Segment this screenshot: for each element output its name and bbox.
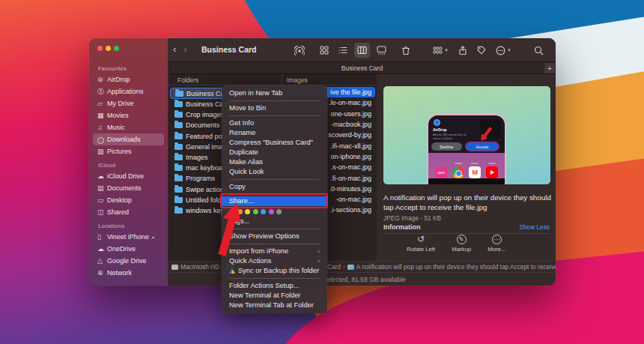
add-tab-button[interactable]: + (544, 63, 555, 73)
iphone-icon: ▯ (97, 233, 107, 241)
sidebar-item-desktop[interactable]: ▭Desktop (93, 194, 164, 206)
sidebar-item-music[interactable]: ♫Music (93, 121, 164, 133)
image-file-icon (347, 265, 354, 270)
more-actions-icon[interactable]: ▼ (493, 43, 514, 58)
sidebar-item-shared[interactable]: ◫Shared (93, 206, 164, 218)
menu-item-quick-actions[interactable]: Quick Actions› (222, 256, 327, 266)
menu-item-compress[interactable]: Compress "Business Card" (222, 138, 327, 148)
menu-item-new-terminal-tab[interactable]: New Terminal Tab at Folder (222, 301, 327, 310)
menu-item-import-from-iphone[interactable]: Import from iPhone› (222, 247, 327, 256)
folder-icon (174, 122, 183, 128)
show-less-link[interactable]: Show Less (519, 223, 550, 231)
folder-icon (174, 208, 183, 214)
submenu-arrow-icon: › (318, 256, 320, 266)
sidebar-item-applications[interactable]: ⒶApplications (93, 85, 164, 97)
sidebar-item-my-drive[interactable]: ▱My Drive (93, 97, 164, 109)
more-button[interactable]: ⋯More... (487, 235, 505, 253)
airdrop-toolbar-icon[interactable] (291, 43, 308, 58)
menu-item-quick-look[interactable]: Quick Look (222, 167, 327, 177)
folder-icon (175, 91, 183, 97)
search-icon[interactable] (531, 43, 547, 58)
markup-button[interactable]: ✎Markup (452, 235, 471, 253)
onedrive-icon: ☁ (97, 245, 107, 253)
tag-yellow[interactable] (245, 209, 250, 214)
gallery-view-icon[interactable] (374, 43, 389, 58)
preview-actions: ↺Rotate Left ✎Markup ⋯More... (407, 235, 505, 253)
sidebar-item-onedrive[interactable]: ☁OneDrive (93, 243, 164, 255)
tag-green[interactable] (253, 209, 258, 214)
folder-icon (174, 197, 183, 203)
preview-pane: AirDrop Anvita (M) would like to share a… (377, 74, 556, 261)
tag-blue[interactable] (261, 209, 266, 214)
rotate-left-button[interactable]: ↺Rotate Left (407, 235, 435, 253)
sidebar-item-airdrop[interactable]: ⊚AirDrop (93, 73, 164, 85)
network-icon: ⊕ (97, 269, 107, 277)
menu-item-sync-or-backup[interactable]: Sync or Backup this folder (222, 266, 327, 276)
list-view-icon[interactable] (335, 43, 350, 58)
sidebar-section-locations: Locations ▯Vineet iPhone▲ ☁OneDrive △Goo… (89, 223, 168, 279)
folders-column-header: Folders (177, 76, 198, 84)
sidebar-item-movies[interactable]: ▦Movies (93, 109, 164, 121)
zoom-button[interactable] (114, 46, 119, 51)
window-title: Business Card (201, 45, 257, 54)
tab-bar: Business Card + (168, 62, 556, 74)
title-bar: ‹ › Business Card ▼ ▼ (168, 38, 556, 62)
path-item-folder[interactable]: Card (327, 263, 341, 271)
tag-gray[interactable] (276, 209, 282, 214)
close-button[interactable] (97, 46, 103, 51)
path-item-disk[interactable]: Macintosh HD (180, 263, 219, 271)
sidebar-item-pictures[interactable]: ▨Pictures (93, 145, 164, 157)
phone-mockup: AirDrop Anvita (M) would like to share a… (427, 114, 506, 184)
sidebar-item-vineet-iphone[interactable]: ▯Vineet iPhone▲ (93, 231, 164, 243)
menu-item-make-alias[interactable]: Make Alias (222, 157, 327, 167)
tag-icon[interactable] (474, 43, 489, 58)
tag-purple[interactable] (269, 209, 274, 214)
sidebar-item-downloads[interactable]: ↓Downloads (93, 133, 164, 145)
preview-filename: A notification will pop up on their devi… (383, 193, 552, 212)
menu-item-show-preview-options[interactable]: Show Preview Options (222, 232, 327, 241)
eject-icon[interactable]: ▲ (151, 235, 155, 239)
folder-icon (174, 175, 183, 181)
menu-item-folder-actions-setup[interactable]: Folder Actions Setup... (222, 281, 327, 291)
movies-icon: ▦ (97, 112, 107, 119)
gmail-app-icon (469, 166, 481, 178)
rotate-left-icon: ↺ (416, 235, 426, 244)
icon-view-icon[interactable] (317, 43, 332, 58)
more-icon: ⋯ (492, 235, 502, 244)
sidebar-item-network[interactable]: ⊕Network (93, 267, 164, 279)
folder-icon (174, 133, 183, 139)
column-view-icon[interactable] (354, 43, 370, 58)
traffic-lights (97, 46, 119, 51)
menu-item-get-info[interactable]: Get Info (222, 118, 327, 128)
my-drive-icon: ▱ (97, 100, 107, 107)
markup-icon: ✎ (457, 235, 467, 244)
bin-icon[interactable] (398, 43, 413, 58)
airdrop-icon: ⊚ (97, 76, 107, 83)
decline-button: Decline (431, 142, 462, 151)
sidebar: Favourites ⊚AirDrop ⒶApplications ▱My Dr… (89, 38, 168, 286)
sidebar-section-icloud: iCloud ☁iCloud Drive ▤Documents ▭Desktop… (89, 162, 168, 218)
path-item-file[interactable]: A notification will pop up on their devi… (356, 263, 556, 271)
menu-item-open-in-new-tab[interactable]: Open in New Tab (222, 88, 327, 98)
menu-item-move-to-bin[interactable]: Move to Bin (222, 103, 327, 113)
group-icon[interactable]: ▼ (430, 43, 452, 58)
preview-image[interactable]: AirDrop Anvita (M) would like to share a… (383, 86, 550, 184)
back-button[interactable]: ‹ (173, 43, 176, 55)
menu-item-rename[interactable]: Rename (222, 128, 327, 138)
youtube-app-icon (486, 166, 498, 178)
drive-icon (171, 265, 178, 270)
sidebar-item-google-drive[interactable]: △Google Drive (93, 255, 164, 267)
menu-item-duplicate[interactable]: Duplicate (222, 148, 327, 157)
menu-item-copy[interactable]: Copy (222, 182, 327, 192)
forward-button[interactable]: › (183, 43, 186, 55)
preview-file-meta: JPEG Image - 51 KB (383, 214, 441, 222)
google-drive-icon: △ (97, 257, 107, 265)
sidebar-item-icloud-drive[interactable]: ☁iCloud Drive (93, 170, 164, 182)
menu-item-new-terminal[interactable]: New Terminal at Folder (222, 291, 327, 301)
images-column-header: Images (287, 76, 308, 84)
share-icon[interactable] (455, 43, 470, 58)
tab-business-card[interactable]: Business Card (341, 64, 383, 72)
sidebar-item-documents[interactable]: ▤Documents (93, 182, 164, 194)
minimize-button[interactable] (106, 46, 111, 51)
shared-icon: ◫ (97, 208, 107, 216)
